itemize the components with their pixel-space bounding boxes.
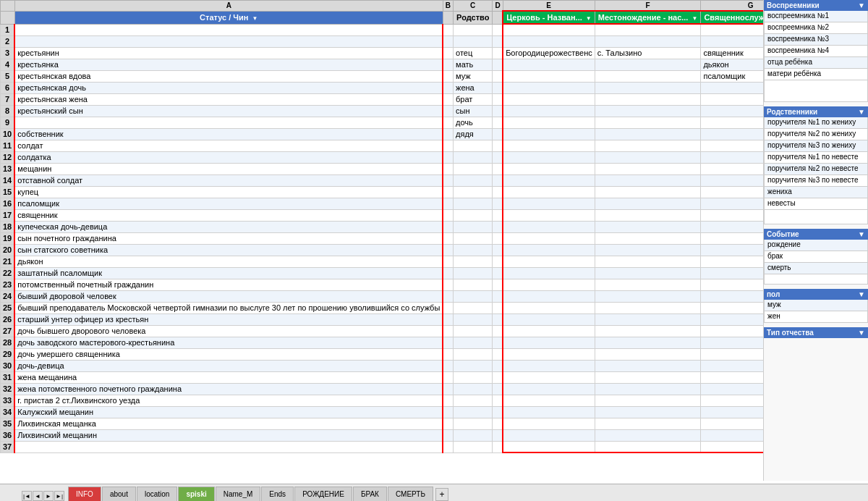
cell-F[interactable] (595, 290, 701, 302)
cell-C[interactable] (454, 337, 493, 348)
cell-E[interactable] (503, 70, 595, 82)
cell-C[interactable]: муж (454, 70, 493, 82)
cell-E[interactable] (503, 360, 595, 371)
cell-F[interactable] (595, 24, 701, 35)
panel-item[interactable]: воспреемника №1 (764, 11, 868, 22)
cell-E[interactable] (503, 244, 595, 256)
cell-A[interactable] (14, 441, 443, 452)
cell-C[interactable]: брат (454, 93, 493, 105)
tab-smert[interactable]: СМЕРТЬ (388, 487, 433, 501)
cell-A[interactable] (14, 24, 443, 35)
cell-E[interactable] (503, 279, 595, 290)
cell-E[interactable] (503, 24, 595, 35)
panel-item[interactable]: жениха (764, 187, 868, 198)
cell-A[interactable] (14, 117, 443, 128)
cell-A[interactable]: сын почетного гражданина (14, 232, 443, 244)
cell-E[interactable] (503, 209, 595, 221)
cell-F[interactable] (595, 279, 701, 290)
cell-F[interactable] (595, 198, 701, 209)
tab-about[interactable]: about (102, 487, 136, 501)
panel-rodstv-dropdown-icon[interactable]: ▼ (858, 108, 865, 116)
cell-C[interactable] (454, 140, 493, 151)
cell-E[interactable] (503, 174, 595, 186)
cell-E[interactable] (503, 256, 595, 267)
col-E-header[interactable]: Церковь - Назван... ▼ (503, 11, 595, 24)
cell-E[interactable] (503, 128, 595, 140)
cell-F[interactable] (595, 59, 701, 70)
panel-item[interactable]: поручителя №1 по невесте (764, 152, 868, 164)
col-letter-D[interactable]: D (493, 1, 503, 12)
cell-C[interactable] (454, 24, 493, 35)
cell-F[interactable] (595, 151, 701, 163)
tab-nav-last[interactable]: ►| (54, 491, 64, 501)
cell-E[interactable] (503, 59, 595, 70)
tab-spiski[interactable]: spiski (178, 487, 214, 501)
cell-C[interactable]: сын (454, 105, 493, 117)
cell-A[interactable]: сын статского советника (14, 244, 443, 256)
cell-C[interactable] (454, 290, 493, 302)
cell-E[interactable] (503, 441, 595, 452)
cell-C[interactable] (454, 313, 493, 325)
col-letter-B[interactable]: B (443, 1, 453, 12)
cell-A[interactable]: крестьянин (14, 47, 443, 59)
cell-E[interactable] (503, 337, 595, 348)
cell-C[interactable] (454, 371, 493, 383)
cell-F[interactable] (595, 441, 701, 452)
col-letter-C[interactable]: C (454, 1, 493, 12)
cell-C[interactable]: жена (454, 82, 493, 93)
col-letter-F[interactable]: F (595, 1, 701, 12)
cell-F[interactable] (595, 174, 701, 186)
cell-A[interactable]: дочь-девица (14, 360, 443, 371)
cell-A[interactable]: потомственный почетный гражданин (14, 279, 443, 290)
cell-C[interactable] (454, 429, 493, 441)
panel-item[interactable]: поручителя №2 по жениху (764, 129, 868, 140)
cell-C[interactable] (454, 221, 493, 232)
cell-C[interactable] (454, 163, 493, 174)
cell-F[interactable] (595, 163, 701, 174)
scroll-area[interactable]: A B C D E F G H I J K L M (0, 0, 868, 484)
col-E-dropdown[interactable]: ▼ (586, 15, 592, 22)
cell-A[interactable]: купец (14, 186, 443, 198)
cell-F[interactable] (595, 348, 701, 360)
cell-E[interactable] (503, 82, 595, 93)
cell-C[interactable] (454, 35, 493, 47)
cell-A[interactable]: священник (14, 209, 443, 221)
cell-A[interactable]: крестьянская вдова (14, 70, 443, 82)
panel-item[interactable]: воспреемника №2 (764, 22, 868, 34)
cell-A[interactable]: заштатный псаломщик (14, 267, 443, 279)
cell-E[interactable] (503, 429, 595, 441)
cell-E[interactable] (503, 418, 595, 429)
tab-nav-first[interactable]: |◄ (22, 491, 32, 501)
cell-A[interactable]: Лихвинская мещанка (14, 418, 443, 429)
tab-rogdenie[interactable]: РОЖДЕНИЕ (294, 487, 352, 501)
cell-E[interactable] (503, 406, 595, 418)
cell-E[interactable] (503, 383, 595, 395)
cell-E[interactable] (503, 105, 595, 117)
tab-nav-prev[interactable]: ◄ (33, 491, 43, 501)
cell-A[interactable]: крестьянская жена (14, 93, 443, 105)
panel-item[interactable]: поручителя №2 по невесте (764, 164, 868, 175)
cell-E[interactable] (503, 93, 595, 105)
panel-item[interactable]: брак (764, 251, 868, 263)
panel-item[interactable]: поручителя №1 по жениху (764, 117, 868, 129)
cell-C[interactable] (454, 395, 493, 406)
cell-C[interactable]: дядя (454, 128, 493, 140)
tab-nav-next[interactable]: ► (43, 491, 54, 501)
cell-F[interactable] (595, 418, 701, 429)
cell-C[interactable] (454, 174, 493, 186)
cell-C[interactable] (454, 198, 493, 209)
cell-A[interactable]: Калужский мещанин (14, 406, 443, 418)
cell-C[interactable] (454, 244, 493, 256)
cell-F[interactable]: с. Талызино (595, 47, 701, 59)
cell-F[interactable] (595, 232, 701, 244)
tab-name-m[interactable]: Name_M (216, 487, 261, 501)
tab-add-button[interactable]: + (435, 488, 448, 501)
cell-E[interactable] (503, 35, 595, 47)
cell-A[interactable]: псаломщик (14, 198, 443, 209)
panel-item[interactable]: смерть (764, 263, 868, 274)
cell-E[interactable] (503, 395, 595, 406)
cell-F[interactable] (595, 186, 701, 198)
cell-C[interactable]: мать (454, 59, 493, 70)
panel-item[interactable]: поручителя №3 по невесте (764, 175, 868, 187)
cell-A[interactable]: солдатка (14, 151, 443, 163)
